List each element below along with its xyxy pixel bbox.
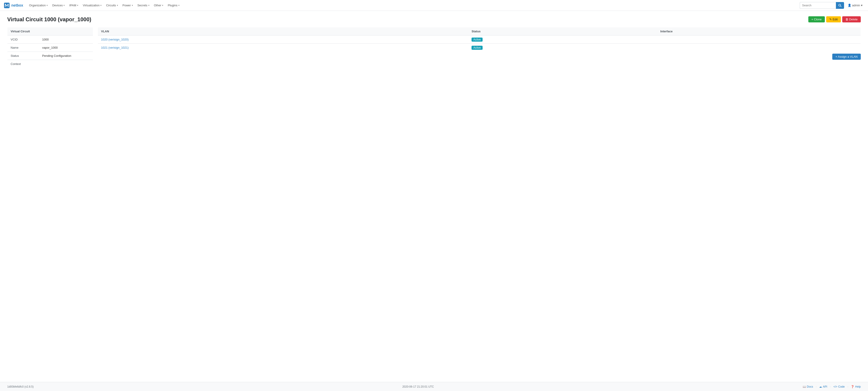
nav-item-circuits[interactable]: Circuits ▾	[104, 0, 120, 11]
status-badge: Active	[471, 46, 483, 50]
name-label: Name	[7, 44, 39, 52]
table-row: Context	[7, 60, 93, 68]
edit-button[interactable]: ✎ Edit	[826, 16, 841, 22]
table-row: Name vapor_1000	[7, 44, 93, 52]
svg-line-2	[840, 6, 841, 7]
cloud-icon: ☁	[819, 385, 822, 388]
assign-vlan-button[interactable]: + Assign a VLAN	[832, 54, 861, 60]
chevron-down-icon: ▾	[132, 4, 133, 6]
nav-item-organization[interactable]: Organization ▾	[27, 0, 50, 11]
help-link[interactable]: ❓ Help	[851, 385, 861, 388]
search-form	[800, 2, 844, 9]
separator: ·	[847, 385, 848, 388]
admin-menu[interactable]: 👤 admin ▾	[846, 4, 864, 7]
vcid-value: 1000	[39, 35, 93, 44]
search-button[interactable]	[836, 2, 844, 9]
content-area: Virtual Circuit VCID 1000 Name vapor_100…	[7, 27, 861, 68]
separator: ·	[830, 385, 831, 388]
left-panel: Virtual Circuit VCID 1000 Name vapor_100…	[7, 27, 93, 68]
search-icon	[838, 4, 842, 7]
vlan-col-header: VLAN	[98, 27, 469, 35]
footer: 1d00bfe6dfc0 (v2.8.5) 2020-06-17 21:20:0…	[0, 382, 868, 391]
assign-btn-row: + Assign a VLAN	[98, 54, 861, 60]
netbox-logo-icon	[4, 2, 10, 8]
footer-timestamp: 2020-06-17 21:20:01 UTC	[34, 385, 803, 388]
detail-table-header: Virtual Circuit	[7, 27, 93, 35]
docs-link[interactable]: 📖 Docs	[803, 385, 813, 388]
page-header: Virtual Circuit 1000 (vapor_1000) + Clon…	[7, 16, 861, 23]
separator: ·	[816, 385, 816, 388]
status-cell: Active	[468, 35, 657, 44]
nav-item-plugins[interactable]: Plugins ▾	[165, 0, 182, 11]
context-value	[39, 60, 93, 68]
chevron-down-icon: ▾	[64, 4, 65, 6]
table-row: 1021 (verisign_1021) Active	[98, 44, 861, 52]
status-col-header: Status	[468, 27, 657, 35]
nav-item-power[interactable]: Power ▾	[120, 0, 135, 11]
chevron-down-icon: ▾	[46, 4, 48, 6]
vlan-cell: 1020 (verisign_1020)	[98, 35, 469, 44]
admin-label: admin	[852, 4, 860, 7]
chevron-down-icon: ▾	[148, 4, 149, 6]
brand-label: netbox	[11, 3, 23, 7]
table-row: 1020 (verisign_1020) Active	[98, 35, 861, 44]
action-buttons: + Clone ✎ Edit 🗑 Delete	[808, 16, 861, 22]
nav-item-secrets[interactable]: Secrets ▾	[135, 0, 152, 11]
api-link[interactable]: ☁ API	[819, 385, 827, 388]
navbar: netbox Organization ▾ Devices ▾ IPAM ▾ V…	[0, 0, 868, 11]
detail-table: Virtual Circuit VCID 1000 Name vapor_100…	[7, 27, 93, 68]
page-title: Virtual Circuit 1000 (vapor_1000)	[7, 16, 91, 23]
vcid-label: VCID	[7, 35, 39, 44]
chevron-down-icon: ▾	[117, 4, 118, 6]
chevron-down-icon: ▾	[178, 4, 180, 6]
nav-item-devices[interactable]: Devices ▾	[50, 0, 67, 11]
interface-cell	[657, 35, 861, 44]
vlan-link[interactable]: 1020 (verisign_1020)	[101, 38, 129, 41]
chevron-down-icon: ▾	[861, 4, 863, 7]
delete-button[interactable]: 🗑 Delete	[842, 16, 861, 22]
nav-item-ipam[interactable]: IPAM ▾	[67, 0, 81, 11]
name-value: vapor_1000	[39, 44, 93, 52]
svg-point-1	[839, 4, 841, 6]
status-label: Status	[7, 52, 39, 60]
nav-item-other[interactable]: Other ▾	[152, 0, 166, 11]
vlan-cell: 1021 (verisign_1021)	[98, 44, 469, 52]
search-input[interactable]	[800, 2, 836, 9]
right-panel: VLAN Status Interface 1020 (verisign_102…	[98, 27, 861, 60]
navbar-right: 👤 admin ▾	[800, 2, 864, 9]
svg-rect-0	[4, 2, 9, 8]
code-link[interactable]: </> Code	[833, 385, 845, 388]
footer-build: 1d00bfe6dfc0 (v2.8.5)	[7, 385, 34, 388]
vlan-table: VLAN Status Interface 1020 (verisign_102…	[98, 27, 861, 52]
interface-col-header: Interface	[657, 27, 861, 35]
context-label: Context	[7, 60, 39, 68]
code-icon: </>	[833, 385, 837, 388]
chevron-down-icon: ▾	[100, 4, 101, 6]
user-icon: 👤	[848, 4, 851, 7]
vlan-link[interactable]: 1021 (verisign_1021)	[101, 46, 129, 49]
nav-menu: Organization ▾ Devices ▾ IPAM ▾ Virtuali…	[27, 0, 800, 11]
main-content: Virtual Circuit 1000 (vapor_1000) + Clon…	[0, 11, 868, 382]
status-value: Pending Configuration	[39, 52, 93, 60]
status-badge: Active	[471, 37, 483, 41]
interface-cell	[657, 44, 861, 52]
nav-item-virtualization[interactable]: Virtualization ▾	[81, 0, 104, 11]
question-icon: ❓	[851, 385, 854, 388]
book-icon: 📖	[803, 385, 806, 388]
brand-link[interactable]: netbox	[4, 2, 23, 8]
chevron-down-icon: ▾	[162, 4, 163, 6]
status-cell: Active	[468, 44, 657, 52]
chevron-down-icon: ▾	[77, 4, 78, 6]
clone-button[interactable]: + Clone	[808, 16, 825, 22]
footer-links: 📖 Docs · ☁ API · </> Code · ❓ Help	[803, 385, 861, 388]
table-row: VCID 1000	[7, 35, 93, 44]
table-row: Status Pending Configuration	[7, 52, 93, 60]
